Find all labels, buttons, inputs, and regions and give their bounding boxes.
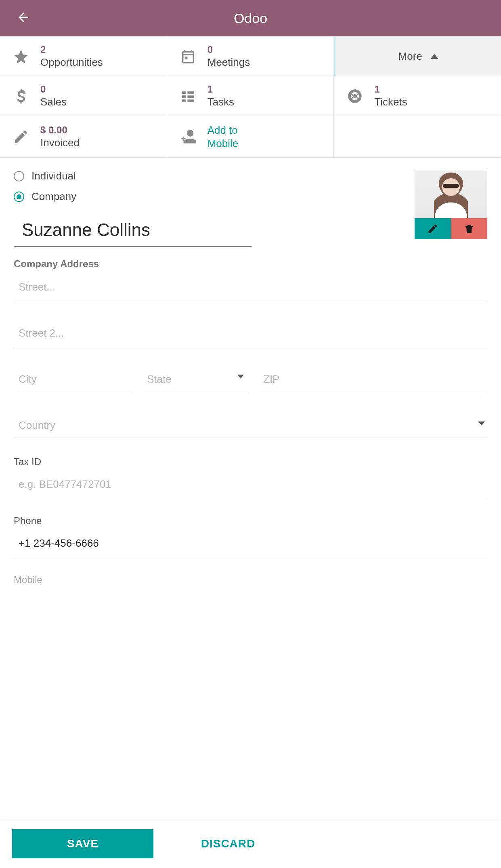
person-add-icon [180,129,196,145]
stat-count: 2 [40,44,103,55]
more-label: More [398,50,422,63]
radio-icon [14,171,24,181]
edit-square-icon [13,129,29,145]
caret-down-icon [478,421,485,426]
app-title: Odoo [234,11,267,26]
tasks-icon [180,88,196,104]
state-select[interactable] [142,366,247,393]
star-icon [13,48,29,65]
svg-rect-1 [443,184,459,188]
caret-up-icon [430,54,438,59]
stat-meetings[interactable]: 0 Meetings [167,37,334,76]
add-mobile-line1: Add to [208,124,239,137]
tax-id-input[interactable] [14,471,487,498]
stat-label: Opportunities [40,56,103,69]
stat-amount: $ 0.00 [40,124,80,136]
tax-id-label: Tax ID [14,456,487,468]
stat-tickets[interactable]: 1 Tickets [334,76,501,116]
stat-invoiced[interactable]: $ 0.00 Invoiced [0,116,167,158]
stat-tasks[interactable]: 1 Tasks [167,76,334,116]
app-header: Odoo [0,0,501,36]
avatar-image [415,170,487,218]
stat-label: Sales [40,96,67,108]
zip-input[interactable] [258,366,487,393]
stat-more-toggle[interactable]: More [334,37,501,76]
avatar-delete-button[interactable] [451,218,487,239]
back-button[interactable] [16,10,31,26]
radio-icon [14,192,24,202]
stat-opportunities[interactable]: 2 Opportunities [0,37,167,76]
stat-label: Invoiced [40,137,80,149]
avatar-box [415,170,487,239]
stat-sales[interactable]: 0 Sales [0,76,167,116]
stat-count: 1 [374,84,407,95]
stats-grid: 2 Opportunities 0 Meetings More 0 Sales … [0,36,501,158]
pencil-icon [427,223,438,234]
add-mobile-line2: Mobile [208,137,239,150]
mobile-label: Mobile [14,574,487,586]
dollar-icon [13,88,29,104]
street-input[interactable] [14,274,487,301]
trash-icon [463,223,475,234]
arrow-left-icon [16,10,31,25]
radio-label: Individual [31,170,76,182]
stat-label: Tasks [208,96,234,108]
lifebuoy-icon [347,88,363,104]
avatar-edit-button[interactable] [415,218,451,239]
city-input[interactable] [14,366,131,393]
caret-down-icon [237,375,244,379]
country-select[interactable] [14,412,487,439]
stat-count: 0 [208,44,250,55]
stat-count: 1 [208,84,234,95]
avatar-placeholder-icon [423,170,479,218]
street2-input[interactable] [14,320,487,347]
stat-add-to-mobile[interactable]: Add to Mobile [167,116,334,158]
calendar-icon [180,48,196,65]
stat-empty [334,116,501,158]
address-section-label: Company Address [14,258,487,270]
radio-label: Company [31,190,76,203]
name-input[interactable] [14,214,252,247]
stat-label: Meetings [208,56,250,69]
stat-count: 0 [40,84,67,95]
contact-form: Individual Company Company Address Tax I… [0,158,501,645]
phone-label: Phone [14,515,487,527]
stat-label: Tickets [374,96,407,108]
phone-input[interactable] [14,530,487,557]
